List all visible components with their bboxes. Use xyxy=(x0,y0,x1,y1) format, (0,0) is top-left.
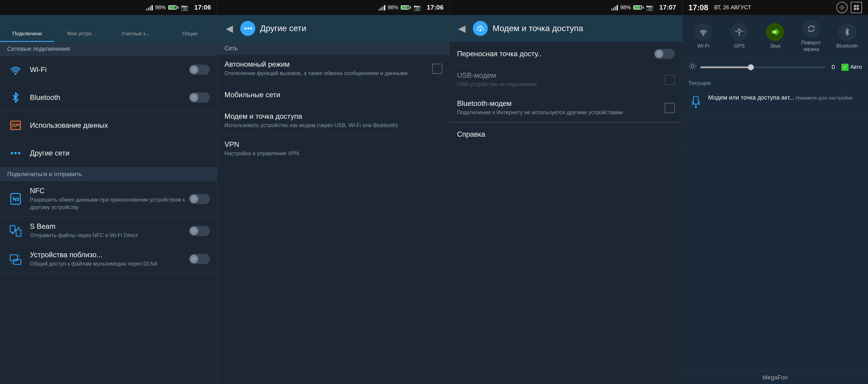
hotspot-notification[interactable]: Модем или точка доступа акт... Нажмите д… xyxy=(682,89,868,114)
bluetooth-title: Bluetooth xyxy=(30,93,189,102)
usb-modem-content: USB-модем USB-устройство не подключено xyxy=(457,71,665,88)
panel2-title: Другие сети xyxy=(260,24,306,33)
vpn-content: VPN Настройка и управление VPN xyxy=(224,140,442,157)
svg-rect-23 xyxy=(10,226,15,232)
svg-point-54 xyxy=(691,65,694,67)
brightness-slider[interactable] xyxy=(700,66,825,68)
nfc-toggle[interactable] xyxy=(189,194,210,204)
svg-rect-46 xyxy=(857,8,859,10)
notif-status-bar: 17:08 ВТ, 26 АВГУСТ xyxy=(682,0,868,15)
airplane-item[interactable]: Автономный режим Отключение функций вызо… xyxy=(217,55,450,83)
tab-connections[interactable]: Подключени xyxy=(0,15,54,42)
sbeam-item[interactable]: S Beam Отправить файлы через NFC и Wi-Fi… xyxy=(0,217,217,245)
svg-rect-43 xyxy=(854,5,856,7)
mobile-networks-title: Мобильные сети xyxy=(224,91,442,99)
sound-quick-toggle[interactable]: Звук xyxy=(758,23,792,49)
bt-modem-content: Bluetooth-модем Подключение к Интернету … xyxy=(457,99,665,116)
svg-rect-24 xyxy=(16,230,21,236)
gps-quick-icon xyxy=(730,23,748,41)
panel3-header-icon xyxy=(473,21,488,36)
rotate-quick-icon xyxy=(802,20,820,38)
section-connect-header: Подключиться и отправить xyxy=(0,167,217,181)
wifi-item[interactable]: Wi-Fi xyxy=(0,56,217,84)
bluetooth-item-content: Bluetooth xyxy=(30,93,189,102)
tab-options-label: Опции xyxy=(182,31,197,37)
brightness-value: 0 xyxy=(829,64,838,70)
rotate-quick-label: Поворот экрана xyxy=(795,39,828,53)
svg-point-42 xyxy=(841,6,843,8)
portable-hotspot-item[interactable]: Переносная точка досту.. xyxy=(450,42,682,66)
bluetooth-item[interactable]: Bluetooth xyxy=(0,84,217,112)
portable-hotspot-toggle[interactable] xyxy=(654,49,675,59)
panel-notifications: 17:08 ВТ, 26 АВГУСТ xyxy=(682,0,868,384)
other-networks-item[interactable]: Другие сети xyxy=(0,139,217,167)
portable-hotspot-knob xyxy=(655,50,663,58)
modem-hotspot-item[interactable]: Модем и точка доступа Использовать устро… xyxy=(217,107,450,135)
svg-point-37 xyxy=(250,28,252,29)
help-item[interactable]: Справка xyxy=(450,122,682,146)
vpn-item[interactable]: VPN Настройка и управление VPN xyxy=(217,135,450,163)
back-button-3[interactable]: ◀ xyxy=(456,20,468,36)
nearby-toggle[interactable] xyxy=(189,254,210,264)
tab-options[interactable]: Опции xyxy=(163,15,217,42)
battery-percent-2: 98% xyxy=(388,4,398,11)
wifi-toggle-knob xyxy=(190,65,198,74)
other-networks-title: Другие сети xyxy=(30,149,210,157)
rotate-quick-toggle[interactable]: Поворот экрана xyxy=(795,20,828,53)
usb-modem-item[interactable]: USB-модем USB-устройство не подключено xyxy=(450,66,682,94)
signal-icon xyxy=(146,4,153,10)
bt-modem-item[interactable]: Bluetooth-модем Подключение к Интернету … xyxy=(450,94,682,122)
tab-accounts[interactable]: Учетные з... xyxy=(108,15,163,42)
wifi-quick-toggle[interactable]: Wi-Fi xyxy=(687,23,720,49)
sbeam-content: S Beam Отправить файлы через NFC и Wi-Fi… xyxy=(30,222,189,239)
battery-icon-3 xyxy=(633,5,644,9)
nearby-subtitle: Общий доступ к файлам мультимедиа через … xyxy=(30,260,189,268)
status-icons-1: 98% 📷 xyxy=(146,4,188,11)
nfc-toggle-knob xyxy=(190,195,198,203)
wifi-item-content: Wi-Fi xyxy=(30,65,189,74)
airplane-checkbox[interactable] xyxy=(432,64,442,74)
settings-icon-brightness[interactable] xyxy=(688,62,697,72)
panel-network-settings: 98% 📷 17:06 П xyxy=(0,0,217,384)
auto-check-icon: ✓ xyxy=(841,64,848,71)
airplane-subtitle: Отключение функций вызовов, а также обме… xyxy=(224,70,432,77)
wifi-toggle[interactable] xyxy=(189,65,210,75)
bluetooth-quick-label: Bluetooth xyxy=(836,43,858,49)
sound-quick-label: Звук xyxy=(770,43,780,49)
wifi-item-icon xyxy=(7,61,24,78)
nearby-item[interactable]: Устройства поблизо... Общий доступ к фай… xyxy=(0,245,217,273)
tab-connections-label: Подключени xyxy=(12,31,42,37)
settings-gear-icon[interactable] xyxy=(836,2,848,13)
hotspot-notif-content: Модем или точка доступа акт... Нажмите д… xyxy=(708,94,862,101)
bluetooth-quick-toggle[interactable]: Bluetooth xyxy=(831,23,864,49)
battery-percent-1: 98% xyxy=(155,4,166,11)
status-bar-2: 98% 📷 17:06 xyxy=(217,0,450,15)
photo-icon-2: 📷 xyxy=(413,4,421,11)
wifi-quick-label: Wi-Fi xyxy=(697,43,709,49)
nfc-item[interactable]: NFC Разрешить обмен данными при прикосно… xyxy=(0,181,217,217)
bluetooth-toggle[interactable] xyxy=(189,92,210,102)
sbeam-toggle[interactable] xyxy=(189,226,210,236)
mobile-networks-item[interactable]: Мобильные сети xyxy=(217,83,450,107)
vpn-subtitle: Настройка и управление VPN xyxy=(224,150,442,157)
auto-brightness-toggle[interactable]: ✓ Авто xyxy=(841,64,862,71)
sbeam-toggle-knob xyxy=(190,227,198,235)
nfc-icon xyxy=(7,190,24,207)
data-usage-icon xyxy=(7,117,24,134)
tab-my-device[interactable]: Мое устро... xyxy=(54,15,109,42)
status-icons-2: 98% 📷 xyxy=(379,4,421,11)
bt-modem-checkbox[interactable] xyxy=(665,103,675,113)
gps-quick-toggle[interactable]: GPS xyxy=(723,23,755,49)
svg-point-47 xyxy=(703,34,704,36)
panel-other-networks: 98% 📷 17:06 ◀ Другие сети Сеть xyxy=(217,0,450,384)
data-usage-item[interactable]: Использование данных xyxy=(0,112,217,139)
usb-modem-checkbox[interactable] xyxy=(665,75,675,85)
svg-point-36 xyxy=(247,28,249,29)
back-button-2[interactable]: ◀ xyxy=(223,20,236,36)
other-networks-content: Другие сети xyxy=(30,149,210,157)
grid-icon[interactable] xyxy=(851,2,862,13)
status-bar-3: 98% 📷 17:07 xyxy=(450,0,682,15)
svg-point-31 xyxy=(11,263,12,264)
time-1: 17:06 xyxy=(194,4,211,11)
other-networks-icon xyxy=(7,145,24,161)
